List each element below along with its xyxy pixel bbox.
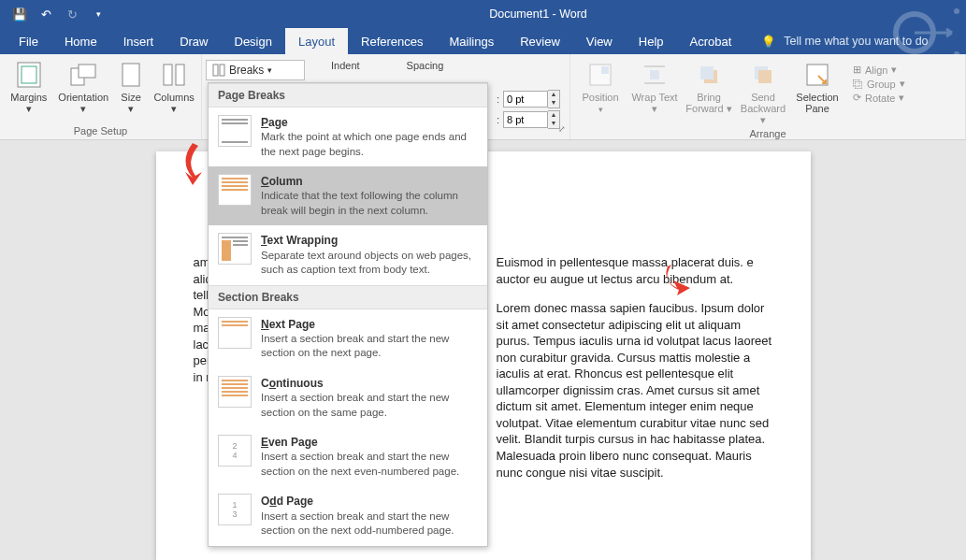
wrap-text-button[interactable]: Wrap Text ▾ (630, 58, 679, 115)
orientation-label: Orientation▾ (58, 92, 108, 115)
bring-forward-button[interactable]: Bring Forward ▾ (685, 58, 733, 115)
document-title: Document1 - Word (110, 7, 966, 21)
align-icon: ⊞ (853, 64, 861, 76)
spacing-after-input[interactable]: ▲▼ (503, 110, 560, 129)
tab-home[interactable]: Home (51, 28, 110, 54)
spin-up-icon[interactable]: ▲ (548, 111, 559, 120)
group-page-setup: Margins▾ Orientation▾ Size▾ Columns▾ Pag… (0, 54, 202, 139)
menu-item-odd-page[interactable]: 13 Odd PageInsert a section break and st… (209, 486, 487, 545)
rotate-icon: ⟳ (853, 92, 861, 104)
svg-rect-13 (601, 66, 609, 74)
svg-rect-7 (123, 64, 139, 86)
spacing-before-input[interactable]: ▲▼ (503, 90, 560, 108)
tab-acrobat[interactable]: Acrobat (677, 28, 745, 54)
qat-customize-icon[interactable]: ▾ (86, 2, 110, 26)
send-backward-label: Send Backward ▾ (739, 92, 787, 126)
menu-item-even-page[interactable]: 24 Even PageInsert a section break and s… (209, 427, 487, 486)
bring-forward-icon (694, 60, 724, 90)
tab-layout[interactable]: Layout (285, 28, 348, 54)
rotate-button[interactable]: ⟳Rotate ▾ (853, 92, 905, 104)
odd-page-icon: 13 (218, 494, 252, 525)
menu-item-next-page[interactable]: Next PageInsert a section break and star… (209, 309, 487, 368)
selection-pane-button[interactable]: Selection Pane (793, 58, 842, 114)
tab-file[interactable]: File (6, 28, 51, 54)
orientation-button[interactable]: Orientation▾ (58, 58, 109, 115)
page-break-icon (218, 115, 252, 147)
chevron-down-icon: ▾ (267, 65, 272, 75)
columns-label: Columns▾ (153, 92, 194, 115)
svg-rect-10 (213, 65, 218, 76)
breaks-dropdown-menu: Page Breaks PPageageMark the point at wh… (208, 82, 488, 547)
margins-icon (14, 60, 44, 90)
align-button[interactable]: ⊞Align ▾ (853, 64, 905, 76)
tab-design[interactable]: Design (222, 28, 285, 54)
orientation-icon (68, 60, 98, 90)
position-icon (585, 60, 615, 90)
tab-help[interactable]: Help (626, 28, 677, 54)
margins-button[interactable]: Margins▾ (6, 58, 52, 115)
tab-references[interactable]: References (348, 28, 436, 54)
svg-rect-6 (79, 65, 95, 78)
size-label: Size▾ (121, 92, 140, 115)
indent-heading: Indent (331, 60, 360, 71)
menu-item-text-wrapping[interactable]: Text WrappingSeparate text around object… (209, 225, 487, 284)
svg-rect-14 (650, 70, 659, 79)
selection-pane-label: Selection Pane (793, 92, 842, 114)
bring-forward-label: Bring Forward ▾ (685, 92, 733, 115)
tab-review[interactable]: Review (507, 28, 573, 54)
column-break-icon (218, 174, 252, 206)
spin-up-icon[interactable]: ▲ (548, 91, 559, 99)
text-column-2: Euismod in pellentesque massa placerat d… (497, 254, 773, 532)
svg-rect-20 (758, 70, 771, 83)
svg-rect-11 (220, 65, 224, 76)
size-button[interactable]: Size▾ (115, 58, 147, 115)
spacing-heading: Spacing (407, 60, 444, 71)
menu-item-page-break[interactable]: PPageageMark the point at which one page… (209, 108, 487, 166)
text-wrapping-icon (218, 233, 252, 265)
columns-button[interactable]: Columns▾ (152, 58, 195, 115)
arrange-small-commands: ⊞Align ▾ ⿻Group ▾ ⟳Rotate ▾ (853, 58, 905, 104)
breaks-icon (212, 64, 225, 77)
next-page-icon (218, 317, 252, 349)
group-icon: ⿻ (853, 79, 863, 90)
breaks-label: Breaks (229, 64, 264, 77)
position-label: Position (582, 92, 618, 103)
position-button[interactable]: Position▾ (576, 58, 625, 114)
svg-rect-9 (176, 65, 184, 85)
section-breaks-header: Section Breaks (209, 285, 487, 309)
titlebar: 💾 ↶ ↻ ▾ Document1 - Word (0, 0, 966, 28)
undo-icon[interactable]: ↶ (34, 2, 58, 26)
tab-mailings[interactable]: Mailings (437, 28, 508, 54)
selection-pane-icon (802, 60, 832, 90)
page-breaks-header: Page Breaks (209, 83, 487, 108)
send-backward-icon (748, 60, 778, 90)
paragraph-launcher-icon[interactable]: ⤢ (553, 124, 566, 137)
lightbulb-icon: 💡 (761, 35, 776, 49)
tab-view[interactable]: View (573, 28, 626, 54)
spin-down-icon[interactable]: ▼ (548, 99, 559, 108)
size-icon (116, 60, 146, 90)
menu-item-column-break[interactable]: ColumnIndicate that the text following t… (209, 166, 487, 225)
breaks-dropdown-button[interactable]: Breaks ▾ (206, 60, 305, 80)
wrap-text-label: Wrap Text ▾ (630, 92, 679, 115)
wrap-text-icon (640, 60, 670, 90)
tell-me-search[interactable]: 💡 Tell me what you want to do (761, 28, 928, 54)
continuous-icon (218, 376, 252, 408)
quick-access-toolbar: 💾 ↶ ↻ ▾ (0, 2, 110, 26)
save-icon[interactable]: 💾 (7, 2, 32, 26)
redo-icon[interactable]: ↻ (60, 2, 84, 26)
tell-me-label: Tell me what you want to do (784, 35, 928, 48)
even-page-icon: 24 (218, 435, 252, 467)
menu-item-continuous[interactable]: ContinuousInsert a section break and sta… (209, 368, 487, 427)
page-setup-group-label: Page Setup (6, 123, 195, 139)
tab-insert[interactable]: Insert (110, 28, 167, 54)
group-button[interactable]: ⿻Group ▾ (853, 78, 905, 90)
svg-rect-18 (700, 66, 714, 79)
send-backward-button[interactable]: Send Backward ▾ (739, 58, 787, 126)
ribbon-tabs: File Home Insert Draw Design Layout Refe… (0, 28, 966, 54)
svg-rect-8 (164, 65, 172, 85)
tab-draw[interactable]: Draw (166, 28, 221, 54)
columns-icon (159, 60, 189, 90)
margins-label: Margins▾ (10, 92, 47, 115)
group-arrange: Position▾ Wrap Text ▾ Bring Forward ▾ Se… (570, 54, 966, 139)
